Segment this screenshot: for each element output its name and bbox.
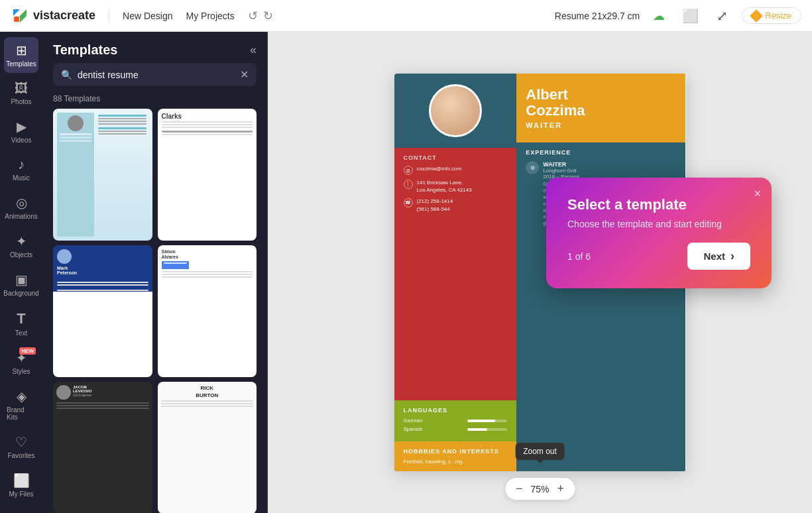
contact-address: 📍 141 Bricksaw Lane, Los Angeles, CA 421…	[404, 179, 508, 194]
template-thumb-3[interactable]: Mark Peterson	[53, 245, 152, 377]
lang-bar-spanish	[467, 428, 507, 431]
panel-title: Templates	[53, 42, 117, 58]
undo-btn[interactable]: ↺	[248, 9, 258, 23]
share-btn[interactable]: ⤢	[710, 4, 734, 28]
email-icon: @	[404, 166, 413, 175]
sidebar-item-templates[interactable]: ⊞ Templates	[4, 37, 38, 73]
sidebar-item-brand[interactable]: ◈ Brand Kits	[4, 383, 38, 426]
templates-icon: ⊞	[16, 42, 27, 58]
exp-role: WAITER	[543, 161, 676, 168]
contact-email: @ cozzima@info.com	[404, 165, 508, 175]
sidebar-item-music[interactable]: ♪ Music	[4, 152, 38, 187]
experience-title: EXPERIENCE	[526, 149, 676, 156]
modal-close-button[interactable]: ×	[754, 187, 761, 201]
search-icon: 🔍	[61, 70, 72, 80]
modal-footer: 1 of 6 Next ›	[567, 243, 750, 270]
sidebar-label-myfiles: My Files	[9, 490, 33, 498]
sidebar-label-styles: Styles	[12, 368, 30, 375]
logo[interactable]: vistacreate	[11, 7, 95, 25]
template-thumb-4[interactable]: Simon Alvares	[158, 245, 257, 377]
phone-icon: ☎	[404, 198, 413, 207]
templates-panel: Templates « 🔍 ✕ 88 Templates	[42, 32, 268, 513]
resize-button[interactable]: Resize	[742, 7, 801, 24]
sidebar-label-brand: Brand Kits	[7, 406, 36, 421]
address-icon: 📍	[404, 180, 413, 189]
zoom-out-button[interactable]: −	[516, 482, 523, 496]
main-layout: ⊞ Templates 🖼 Photos ▶ Videos ♪ Music ◎ …	[0, 32, 812, 513]
topbar: vistacreate New Design My Projects ↺ ↻ R…	[0, 0, 812, 32]
photo-placeholder	[431, 86, 480, 135]
search-input[interactable]	[78, 70, 235, 80]
svg-marker-0	[13, 9, 20, 16]
topbar-right: ⬜ ⤢ Resize	[678, 4, 801, 28]
sidebar-label-favorites: Favorites	[7, 452, 34, 459]
search-bar: 🔍 ✕	[53, 63, 257, 86]
lang-spanish: Spanish	[404, 426, 423, 432]
phone-text: (212) 258-1414 (561) 588-544	[417, 198, 453, 212]
favorites-icon: ♡	[15, 434, 27, 450]
collapse-button[interactable]: «	[250, 43, 257, 57]
new-badge: NEW	[19, 347, 36, 355]
next-button[interactable]: Next ›	[687, 243, 750, 270]
sidebar-item-videos[interactable]: ▶ Videos	[4, 113, 38, 149]
sidebar-label-music: Music	[13, 174, 30, 182]
template-thumb-6[interactable]: RICK BURTON	[158, 382, 257, 513]
contact-title: CONTACT	[404, 154, 508, 161]
svg-rect-1	[14, 17, 19, 22]
next-label: Next	[703, 251, 725, 262]
lang-item-spanish: Spanish	[404, 426, 508, 432]
logo-text: vistacreate	[33, 9, 95, 23]
sidebar-label-photos: Photos	[11, 98, 31, 105]
lang-german: German	[404, 418, 423, 424]
select-template-modal: × Select a template Choose the template …	[546, 178, 772, 288]
sidebar-label-objects: Objects	[10, 251, 32, 258]
zoom-level-display: 75%	[530, 484, 549, 494]
objects-icon: ✦	[16, 233, 27, 249]
lang-item-german: German	[404, 418, 508, 424]
present-btn[interactable]: ⬜	[678, 4, 702, 28]
template-thumb-2[interactable]: Clarks	[158, 109, 257, 241]
music-icon: ♪	[18, 157, 25, 172]
myfiles-icon: ⬜	[13, 473, 30, 488]
exp-company: Longhorn Grill	[543, 168, 676, 174]
videos-icon: ▶	[17, 119, 27, 135]
lang-fill-german	[467, 420, 495, 422]
nav-my-projects[interactable]: My Projects	[186, 11, 235, 21]
zoom-controls: − 75% +	[505, 478, 575, 500]
sidebar-item-myfiles[interactable]: ⬜ My Files	[4, 467, 38, 503]
svg-marker-2	[20, 9, 27, 23]
zoom-in-button[interactable]: +	[557, 482, 565, 496]
template-thumb-1[interactable]	[53, 109, 152, 241]
icon-sidebar: ⊞ Templates 🖼 Photos ▶ Videos ♪ Music ◎ …	[0, 32, 42, 513]
resume-photo-area	[394, 74, 517, 148]
resume-photo	[429, 84, 482, 137]
languages-title: LANGUAGES	[404, 407, 508, 414]
sidebar-item-objects[interactable]: ✦ Objects	[4, 228, 38, 264]
resume-job-title: WAITER	[526, 121, 676, 129]
doc-name: Resume 21x29.7 cm	[555, 11, 640, 21]
next-arrow-icon: ›	[730, 249, 734, 263]
sidebar-label-background: Background	[3, 290, 38, 297]
template-thumb-5[interactable]: JACOB LEVIOSIO QA Engineer	[53, 382, 152, 513]
hobbies-title: HOBBBIES AND INTERESTS	[404, 448, 508, 455]
redo-btn[interactable]: ↻	[263, 9, 273, 23]
zoom-tooltip: Zoom out	[515, 443, 565, 460]
sidebar-item-text[interactable]: T Text	[4, 305, 38, 342]
contact-phone: ☎ (212) 258-1414 (561) 588-544	[404, 198, 508, 212]
resize-icon	[750, 9, 763, 23]
hobbies-text: Football, traveling, c...ing	[404, 459, 508, 465]
address-text: 141 Bricksaw Lane, Los Angeles, CA 42143	[417, 179, 472, 194]
resume-left-col: CONTACT @ cozzima@info.com 📍 141 Bricksa…	[394, 74, 517, 471]
sidebar-item-styles[interactable]: NEW ✦ Styles	[4, 345, 38, 380]
sidebar-item-photos[interactable]: 🖼 Photos	[4, 76, 38, 111]
resume-languages-section: LANGUAGES German Spanish	[394, 400, 517, 441]
sidebar-item-background[interactable]: ▣ Background	[4, 266, 38, 302]
sidebar-item-favorites[interactable]: ♡ Favorites	[4, 429, 38, 465]
undo-redo-group: ↺ ↻	[248, 9, 273, 23]
photos-icon: 🖼	[15, 81, 28, 96]
search-clear-icon[interactable]: ✕	[240, 68, 249, 81]
nav-new-design[interactable]: New Design	[123, 11, 172, 21]
sidebar-item-animations[interactable]: ◎ Animations	[4, 190, 38, 225]
resume-name: AlbertCozzima	[526, 87, 676, 119]
templates-grid: Clarks	[42, 109, 267, 513]
